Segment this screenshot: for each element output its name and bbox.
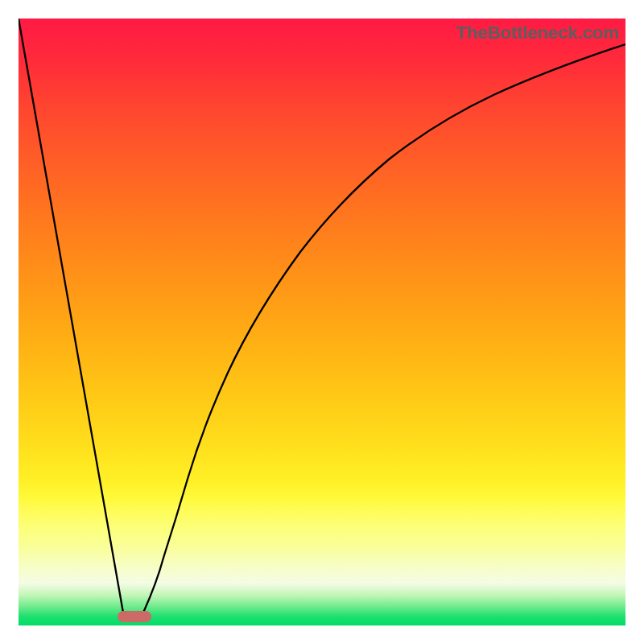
bottleneck-marker <box>118 611 151 622</box>
plot-area: TheBottleneck.com <box>19 19 625 625</box>
chart-curves <box>19 19 625 625</box>
watermark-text: TheBottleneck.com <box>456 23 619 43</box>
right-curve <box>143 44 625 613</box>
left-line <box>19 19 123 613</box>
chart-container: TheBottleneck.com <box>0 0 644 644</box>
